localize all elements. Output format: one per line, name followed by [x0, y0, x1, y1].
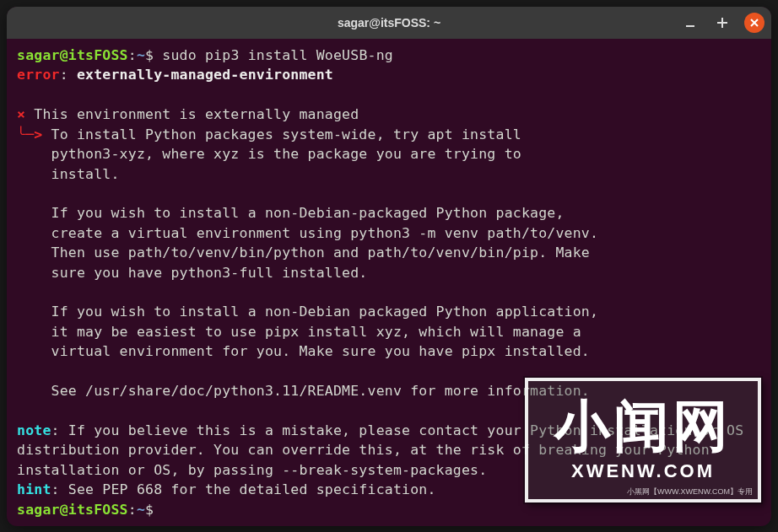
- error-label: error: [17, 67, 60, 83]
- prompt-user-host: sagar@itsFOSS: [17, 502, 128, 518]
- body-line: [17, 363, 51, 379]
- body-line: virtual environment for you. Make sure y…: [17, 343, 590, 359]
- window-title: sagar@itsFOSS: ~: [338, 16, 440, 30]
- body-line: python3-xyz, where xyz is the package yo…: [17, 146, 521, 162]
- terminal-window: sagar@itsFOSS: ~ sagar@itsFOSS:~$ sudo p…: [7, 7, 771, 526]
- body-line: sure you have python3-full installed.: [17, 265, 368, 281]
- prompt-path: ~: [137, 47, 145, 63]
- body-line: [17, 185, 51, 202]
- close-icon: [749, 18, 759, 28]
- hint-label: hint: [17, 481, 51, 497]
- prompt-dollar: $: [145, 47, 154, 63]
- body-line: See /usr/share/doc/python3.11/README.ven…: [17, 383, 590, 399]
- window-controls: [680, 13, 764, 33]
- body-line: If you wish to install a non-Debian-pack…: [17, 205, 565, 221]
- prompt-colon: :: [128, 47, 137, 63]
- note-label: note: [17, 422, 51, 438]
- maximize-button[interactable]: [712, 13, 732, 33]
- section-title: This environment is externally managed: [25, 106, 359, 122]
- body-line: [17, 284, 51, 300]
- svg-rect-0: [686, 25, 694, 27]
- body-line: To install Python packages system-wide, …: [42, 126, 521, 142]
- body-line: If you wish to install a non-Debian pack…: [17, 304, 598, 320]
- hint-text: : See PEP 668 for the detailed specifica…: [51, 481, 436, 497]
- maximize-icon: [716, 17, 728, 29]
- section-mark: ×: [17, 106, 25, 122]
- prompt-user-host: sagar@itsFOSS: [17, 47, 128, 63]
- prompt-path: ~: [137, 502, 145, 518]
- minimize-icon: [685, 18, 695, 28]
- body-line: create a virtual environment using pytho…: [17, 225, 598, 241]
- note-text: : If you believe this is a mistake, plea…: [17, 422, 753, 478]
- titlebar: sagar@itsFOSS: ~: [7, 7, 771, 39]
- minimize-button[interactable]: [680, 13, 700, 33]
- close-button[interactable]: [744, 13, 764, 33]
- error-message: externally-managed-environment: [77, 67, 333, 83]
- arrow-glyph: ╰─>: [17, 126, 42, 142]
- command-text: sudo pip3 install WoeUSB-ng: [162, 47, 393, 63]
- body-line: it may be easiest to use pipx install xy…: [17, 324, 581, 340]
- prompt-dollar: $: [145, 502, 154, 518]
- body-line: install.: [17, 166, 120, 182]
- body-line: Then use path/to/venv/bin/python and pat…: [17, 245, 590, 261]
- terminal-output[interactable]: sagar@itsFOSS:~$ sudo pip3 install WoeUS…: [7, 39, 771, 526]
